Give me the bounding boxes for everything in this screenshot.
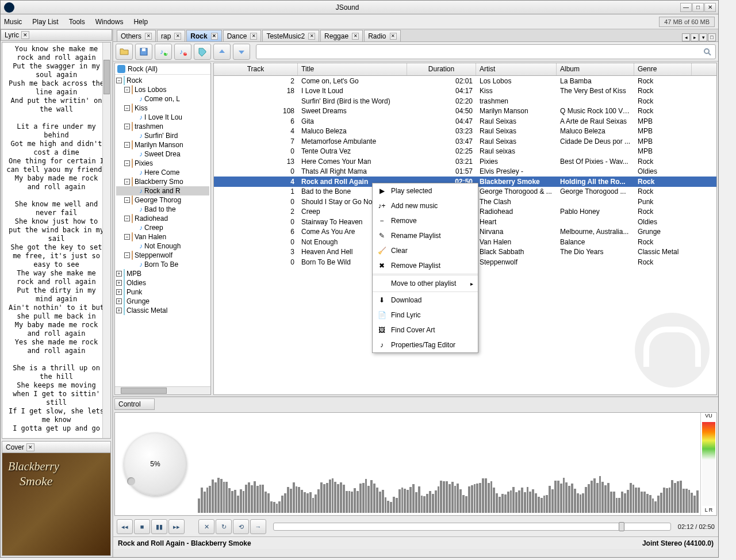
tree-node[interactable]: +Punk	[116, 287, 209, 297]
seek-slider[interactable]	[273, 523, 671, 531]
close-icon[interactable]: ✕	[174, 33, 181, 40]
close-icon[interactable]: ✕	[145, 33, 152, 40]
tab-max[interactable]: □	[708, 33, 716, 41]
tag-button[interactable]	[194, 44, 211, 60]
tab-rock[interactable]: Rock✕	[186, 30, 221, 41]
table-row[interactable]: 6Gita04:47Raul SeixasA Arte de Raul Seix…	[214, 116, 716, 126]
ctx-properties-tag-editor[interactable]: ♪Properties/Tag Editor	[373, 337, 478, 352]
col-artist[interactable]: Artist	[476, 63, 557, 75]
continue-button[interactable]: →	[250, 519, 266, 534]
menu-tools[interactable]: Tools	[69, 18, 85, 26]
table-row[interactable]: 2Come on, Let's Go02:01Los LobosLa Bamba…	[214, 76, 716, 86]
tree-node[interactable]: −Kiss	[116, 103, 209, 113]
tab-list[interactable]: ▾	[699, 33, 707, 41]
tree-node[interactable]: ♪Not Enough	[116, 241, 209, 251]
close-button[interactable]: ✕	[704, 3, 716, 12]
tree-node[interactable]: +MPB	[116, 269, 209, 278]
tree-node[interactable]: −Van Halen	[116, 232, 209, 241]
search-input[interactable]	[256, 44, 716, 59]
close-icon[interactable]: ✕	[352, 33, 359, 40]
ctx-rename-playlist[interactable]: ✎Rename Playlist	[373, 228, 478, 243]
menu-help[interactable]: Help	[133, 18, 148, 26]
open-folder-button[interactable]	[116, 44, 133, 60]
ctx-add-new-music[interactable]: ♪+Add new music	[373, 198, 478, 213]
table-row[interactable]: 0Tente Outra Vez02:25Raul seixasMPB	[214, 147, 716, 157]
col-title[interactable]: Title	[298, 63, 407, 75]
tab-testemusic2[interactable]: TesteMusic2✕	[262, 30, 319, 41]
tab-others[interactable]: Others✕	[117, 30, 156, 41]
col-genre[interactable]: Genre	[634, 63, 692, 75]
maximize-button[interactable]: □	[692, 3, 704, 12]
remove-music-button[interactable]: ♪−	[174, 44, 191, 60]
tree-node[interactable]: −Steppenwolf	[116, 251, 209, 260]
tree-node[interactable]: +Oldies	[116, 278, 209, 287]
close-icon[interactable]: ✕	[250, 33, 257, 40]
ctx-remove-playlist[interactable]: ✖Remove Playlist	[373, 258, 478, 273]
tree-node[interactable]: −Radiohead	[116, 214, 209, 223]
table-row[interactable]: 18I Love It Loud04:17KissThe Very Best o…	[214, 86, 716, 97]
tree-node[interactable]: +Classic Metal	[116, 306, 209, 315]
ctx-move-to-other-playlist[interactable]: Move to other playlist▸	[373, 276, 478, 291]
down-button[interactable]	[233, 44, 250, 60]
next-button[interactable]: ▸▸	[168, 519, 185, 534]
artist-tree[interactable]: Rock (All) −Rock−Los Lobos♪Come on, L−Ki…	[114, 63, 211, 395]
table-row[interactable]: 0Thats All Right Mama01:57Elvis Presley …	[214, 167, 716, 177]
tab-prev[interactable]: ◂	[682, 33, 690, 41]
up-button[interactable]	[213, 44, 231, 60]
tree-node[interactable]: −Pixies	[116, 159, 209, 168]
table-row[interactable]: 7Metamorfose Ambulante03:47Raul SeixasCi…	[214, 136, 716, 147]
ctx-find-cover-art[interactable]: 🖼Find Cover Art	[373, 323, 478, 337]
lyric-close-icon[interactable]: ✕	[21, 31, 29, 39]
tree-node[interactable]: −trashmen	[116, 122, 209, 131]
close-icon[interactable]: ✕	[211, 33, 218, 40]
tree-node[interactable]: −George Thorog	[116, 195, 209, 205]
tree-hscroll[interactable]	[115, 386, 210, 394]
tab-radio[interactable]: Radio✕	[364, 30, 400, 41]
minimize-button[interactable]: —	[680, 3, 692, 12]
lyric-scrollbar[interactable]	[102, 43, 110, 438]
menu-music[interactable]: Music	[4, 18, 22, 26]
table-row[interactable]: 13Here Comes Your Man03:21PixiesBest Of …	[214, 156, 716, 167]
tree-node[interactable]: ♪I Love It Lou	[116, 113, 209, 122]
table-row[interactable]: Surfin' Bird (Bird is the Word)02:20tras…	[214, 96, 716, 106]
tab-rap[interactable]: rap✕	[157, 30, 185, 41]
tab-next[interactable]: ▸	[691, 33, 699, 41]
tree-node[interactable]: ♪Rock and R	[116, 186, 209, 195]
shuffle-button[interactable]: ✕	[198, 519, 214, 534]
tree-node[interactable]: ♪Surfin' Bird	[116, 131, 209, 140]
table-row[interactable]: 4Maluco Beleza03:23Raul SeixasMaluco Bel…	[214, 126, 716, 137]
tree-node[interactable]: ♪Bad to the	[116, 205, 209, 214]
tree-node[interactable]: ♪Come on, L	[116, 94, 209, 103]
ctx-find-lyric[interactable]: 📄Find Lyric	[373, 308, 478, 323]
tree-node[interactable]: −Marilyn Manson	[116, 140, 209, 149]
col-track[interactable]: Track	[214, 63, 298, 75]
col-duration[interactable]: Duration	[407, 63, 476, 75]
tree-node[interactable]: −Los Lobos	[116, 85, 209, 94]
tree-node[interactable]: ♪Born To Be	[116, 260, 209, 269]
ctx-clear[interactable]: 🧹Clear	[373, 243, 478, 258]
ctx-remove[interactable]: −Remove	[373, 213, 478, 228]
prev-button[interactable]: ◂◂	[117, 519, 133, 534]
tab-dance[interactable]: Dance✕	[223, 30, 262, 41]
cover-close-icon[interactable]: ✕	[26, 443, 34, 451]
tree-node[interactable]: −Blackberry Smo	[116, 177, 209, 186]
repeat-one-button[interactable]: ⟲	[233, 519, 249, 534]
menu-windows[interactable]: Windows	[95, 18, 124, 26]
close-icon[interactable]: ✕	[390, 33, 397, 40]
tree-node[interactable]: ♪Sweet Drea	[116, 149, 209, 159]
save-button[interactable]	[135, 44, 152, 60]
col-album[interactable]: Album	[557, 63, 634, 75]
ctx-download[interactable]: ⬇Download	[373, 293, 478, 308]
pause-button[interactable]: ▮▮	[151, 519, 167, 534]
menu-playlist[interactable]: Play List	[32, 18, 58, 26]
tree-node[interactable]: ♪Here Come	[116, 168, 209, 177]
tab-reggae[interactable]: Reggae✕	[320, 30, 363, 41]
ctx-play-selected[interactable]: ▶Play selected	[373, 183, 478, 198]
add-music-button[interactable]: ♪+	[155, 44, 172, 60]
table-row[interactable]: 108Sweet Dreams04:50Marilyn MansonQ Musi…	[214, 106, 716, 117]
stop-button[interactable]: ■	[134, 519, 150, 534]
repeat-button[interactable]: ↻	[216, 519, 232, 534]
tree-node[interactable]: −Rock	[116, 76, 209, 85]
tree-node[interactable]: ♪Creep	[116, 223, 209, 232]
tree-node[interactable]: +Grunge	[116, 297, 209, 306]
